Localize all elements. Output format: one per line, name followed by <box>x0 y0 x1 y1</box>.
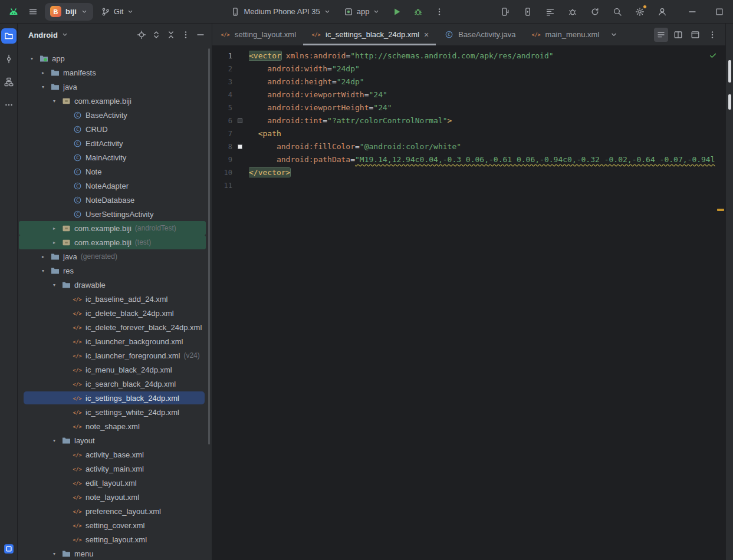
code-line-2[interactable]: android:width="24dp" <box>249 62 725 75</box>
gutter-line-11[interactable]: 11 <box>212 179 249 192</box>
hide-button[interactable] <box>194 28 207 41</box>
tree-item-NoteAdapter[interactable]: CNoteAdapter <box>18 179 212 193</box>
collapse-all-button[interactable] <box>165 28 178 41</box>
tree-item-NoteDatabase[interactable]: CNoteDatabase <box>18 193 212 207</box>
hidden-tabs-button[interactable] <box>606 24 622 45</box>
logcat-button[interactable] <box>541 2 560 21</box>
chevron-right-icon[interactable]: ▸ <box>48 240 60 245</box>
tab-BaseActivity.java[interactable]: CBaseActivity.java <box>436 24 522 45</box>
close-tab-icon[interactable]: × <box>424 31 429 39</box>
more-run-actions-button[interactable] <box>430 2 449 21</box>
tree-item-com.example.biji[interactable]: ▸com.example.biji(test) <box>18 235 212 249</box>
chevron-down-icon[interactable]: ▾ <box>37 84 49 90</box>
tree-item-app[interactable]: ▾app <box>18 51 212 65</box>
right-strip-mark[interactable] <box>728 60 731 83</box>
tree-item-com.example.biji[interactable]: ▾com.example.biji <box>18 94 212 108</box>
project-view-selector[interactable]: Android <box>28 31 68 39</box>
tab-main_menu.xml[interactable]: </>main_menu.xml <box>523 24 607 45</box>
options-button[interactable] <box>179 28 192 41</box>
code-line-4[interactable]: android:viewportWidth="24" <box>249 88 725 101</box>
tree-item-EditActivity[interactable]: CEditActivity <box>18 136 212 150</box>
code-line-5[interactable]: android:viewportHeight="24" <box>249 101 725 114</box>
code-line-6[interactable]: android:tint="?attr/colorControlNormal"> <box>249 114 725 127</box>
split-view-button[interactable] <box>671 28 685 42</box>
chevron-down-icon[interactable]: ▾ <box>26 56 38 61</box>
tree-item-java[interactable]: ▾java <box>18 80 212 94</box>
run-configuration-selector[interactable]: app <box>338 3 386 21</box>
chevron-down-icon[interactable]: ▾ <box>48 438 60 443</box>
expand-all-button[interactable] <box>150 28 163 41</box>
inspections-ok-icon[interactable] <box>709 51 717 60</box>
structure-tool-button[interactable] <box>1 74 17 90</box>
code-line-1[interactable]: <vector xmlns:android="http://schemas.an… <box>249 50 725 62</box>
code-line-8[interactable]: android:fillColor="@android:color/white" <box>249 140 725 153</box>
sync-button[interactable] <box>586 2 604 21</box>
gutter-line-9[interactable]: 9 <box>212 153 249 166</box>
tree-item-ic_settings_black_24dp.xml[interactable]: </>ic_settings_black_24dp.xml <box>18 391 212 405</box>
tree-item-ic_launcher_foreground.xml[interactable]: </>ic_launcher_foreground.xml(v24) <box>18 348 212 363</box>
options-button[interactable] <box>705 28 719 42</box>
tab-ic_settings_black_24dp.xml[interactable]: </>ic_settings_black_24dp.xml× <box>303 24 436 45</box>
tree-item-res[interactable]: ▾res <box>18 263 212 278</box>
tree-item-activity_base.xml[interactable]: </>activity_base.xml <box>18 447 212 462</box>
run-button[interactable] <box>387 2 406 21</box>
running-devices-button[interactable] <box>518 2 537 21</box>
tree-item-ic_search_black_24dp.xml[interactable]: </>ic_search_black_24dp.xml <box>18 377 212 391</box>
tree-item-drawable[interactable]: ▾drawable <box>18 278 212 292</box>
code-line-3[interactable]: android:height="24dp" <box>249 75 725 88</box>
app-insights-button[interactable] <box>563 2 582 21</box>
tree-item-edit_layout.xml[interactable]: </>edit_layout.xml <box>18 476 212 490</box>
tree-item-ic_delete_forever_black_24dp.xml[interactable]: </>ic_delete_forever_black_24dp.xml <box>18 320 212 334</box>
design-view-button[interactable] <box>688 28 702 42</box>
gutter-line-10[interactable]: 10 <box>212 166 249 179</box>
debug-button[interactable] <box>409 2 428 21</box>
main-menu-button[interactable] <box>24 2 42 21</box>
account-button[interactable] <box>653 2 672 21</box>
tree-item-manifests[interactable]: ▸manifests <box>18 65 212 80</box>
gutter-line-7[interactable]: 7 <box>212 127 249 140</box>
chevron-down-icon[interactable]: ▾ <box>48 98 60 104</box>
device-selector[interactable]: Medium Phone API 35 <box>225 3 336 21</box>
tree-item-CRUD[interactable]: CCRUD <box>18 122 212 136</box>
code-view-button[interactable] <box>654 28 668 42</box>
chevron-right-icon[interactable]: ▸ <box>37 254 49 259</box>
code-line-11[interactable] <box>249 179 725 192</box>
maximize-button[interactable] <box>706 0 733 24</box>
tree-item-BaseActivity[interactable]: CBaseActivity <box>18 108 212 122</box>
code-line-10[interactable]: </vector> <box>249 166 725 179</box>
tree-item-setting_layout.xml[interactable]: </>setting_layout.xml <box>18 532 212 546</box>
chevron-right-icon[interactable]: ▸ <box>48 226 60 231</box>
project-selector[interactable]: B biji <box>45 3 93 21</box>
tree-item-note_layout.xml[interactable]: </>note_layout.xml <box>18 490 212 504</box>
code-line-7[interactable]: <path <box>249 127 725 140</box>
color-preview-swatch[interactable] <box>238 144 242 149</box>
gutter-line-6[interactable]: 6 <box>212 114 249 127</box>
project-tool-button[interactable] <box>1 28 17 44</box>
locate-button[interactable] <box>135 28 148 41</box>
tree-item-setting_cover.xml[interactable]: </>setting_cover.xml <box>18 518 212 532</box>
code-line-9[interactable]: android:pathData="M19.14,12.94c0.04,-0.3… <box>249 153 725 166</box>
tree-item-menu[interactable]: ▾menu <box>18 546 212 560</box>
gutter-line-2[interactable]: 2 <box>212 62 249 75</box>
tree-item-MainActivity[interactable]: CMainActivity <box>18 150 212 164</box>
tree-item-ic_delete_black_24dp.xml[interactable]: </>ic_delete_black_24dp.xml <box>18 306 212 320</box>
gutter-line-4[interactable]: 4 <box>212 88 249 101</box>
color-preview-swatch[interactable] <box>238 118 242 123</box>
settings-button[interactable] <box>630 2 649 21</box>
gutter-line-5[interactable]: 5 <box>212 101 249 114</box>
tree-item-activity_main.xml[interactable]: </>activity_main.xml <box>18 462 212 476</box>
tab-setting_layout.xml[interactable]: </>setting_layout.xml <box>212 24 303 45</box>
minimize-button[interactable] <box>679 0 706 24</box>
chevron-down-icon[interactable]: ▾ <box>48 551 60 556</box>
commit-tool-button[interactable] <box>1 51 17 67</box>
chevron-down-icon[interactable]: ▾ <box>37 268 49 274</box>
bottom-tool-button[interactable] <box>1 541 17 556</box>
tree-item-ic_menu_black_24dp.xml[interactable]: </>ic_menu_black_24dp.xml <box>18 363 212 377</box>
gutter-line-1[interactable]: 1 <box>212 50 249 62</box>
search-button[interactable] <box>608 2 627 21</box>
right-strip-mark[interactable] <box>728 94 731 110</box>
tree-item-layout[interactable]: ▾layout <box>18 433 212 447</box>
code-editor[interactable]: 1234567891011 <vector xmlns:android="htt… <box>212 46 725 560</box>
tree-item-preference_layout.xml[interactable]: </>preference_layout.xml <box>18 504 212 518</box>
tree-item-UserSettingsActivity[interactable]: CUserSettingsActivity <box>18 207 212 221</box>
